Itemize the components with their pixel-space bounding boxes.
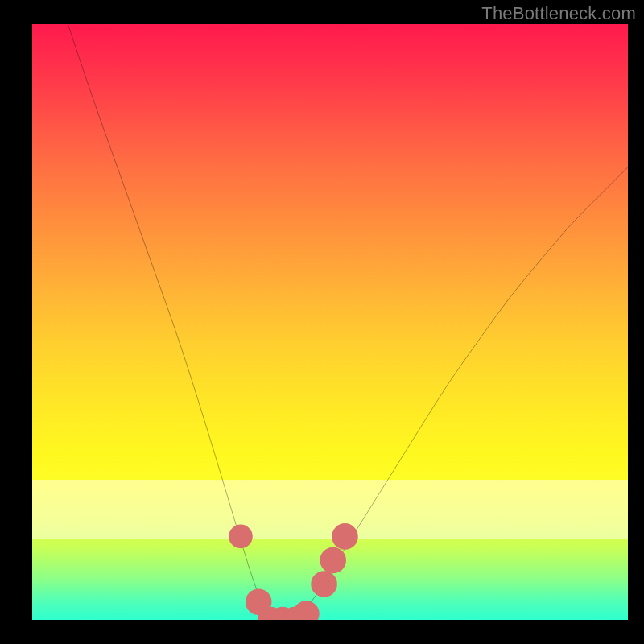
right-rise-marker-1: [311, 571, 337, 597]
chart-svg: [32, 24, 628, 620]
plot-area: [32, 24, 628, 620]
valley-floor-marker-4: [293, 601, 320, 620]
watermark-text: TheBottleneck.com: [481, 3, 636, 24]
left-shoulder-marker: [229, 525, 253, 549]
chart-frame: TheBottleneck.com: [0, 0, 644, 644]
right-rise-marker-3: [332, 523, 358, 550]
right-rise-marker-2: [320, 547, 346, 574]
data-markers: [229, 523, 358, 620]
